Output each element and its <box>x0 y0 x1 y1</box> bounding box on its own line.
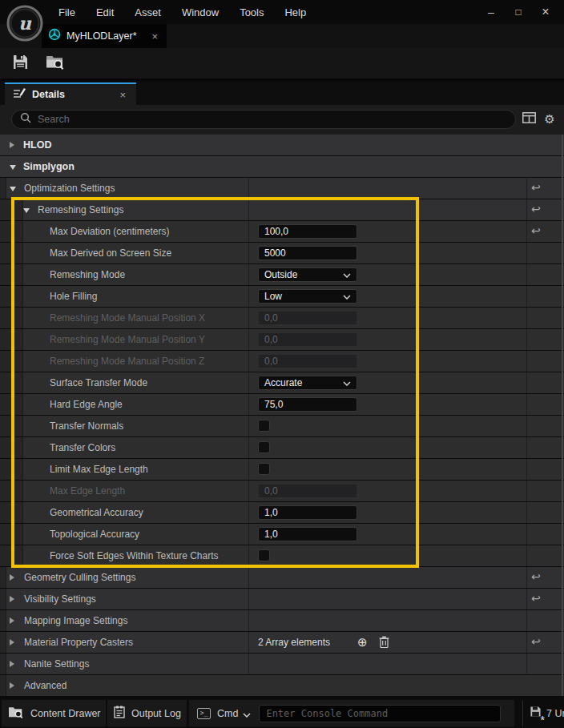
limit-max-edge-length-checkbox[interactable] <box>258 463 270 475</box>
column-divider <box>248 416 249 436</box>
asset-tab[interactable]: MyHLODLayer* × <box>42 24 167 48</box>
row-visibility-settings[interactable]: Visibility Settings↩ <box>0 589 564 609</box>
force-soft-edges-within-texture-charts-checkbox[interactable] <box>258 549 270 561</box>
column-divider <box>526 243 527 263</box>
geometrical-accuracy-input[interactable] <box>258 505 357 520</box>
material-property-casters-reset-button[interactable]: ↩ <box>531 632 541 652</box>
row-optimization-settings[interactable]: Optimization Settings↩ <box>0 178 564 199</box>
row-material-property-casters[interactable]: Material Property Casters2 Array element… <box>0 632 564 653</box>
row-hole-filling: Hole FillingLow <box>0 286 564 307</box>
column-divider <box>526 178 527 199</box>
row-label: Hole Filling <box>50 286 97 307</box>
menu-bar: File Edit Asset Window Tools Help <box>48 0 316 24</box>
max-deviation-centimeters-reset-button[interactable]: ↩ <box>531 221 541 241</box>
search-box[interactable] <box>11 110 516 129</box>
menu-edit[interactable]: Edit <box>86 6 124 18</box>
indent-rail <box>0 632 6 653</box>
output-log-icon <box>114 706 125 722</box>
indent-rail <box>0 675 6 696</box>
geometry-culling-settings-reset-button[interactable]: ↩ <box>531 567 541 587</box>
trash-icon[interactable] <box>379 636 389 651</box>
unsaved-status[interactable]: * 7 Un <box>522 700 564 726</box>
max-deviation-centimeters-input[interactable] <box>258 224 357 239</box>
column-divider <box>526 545 527 566</box>
row-label: Remeshing Mode Manual Position Z <box>50 351 204 372</box>
asset-tab-close-icon[interactable]: × <box>149 30 160 42</box>
row-mapping-image-settings[interactable]: Mapping Image Settings <box>0 610 564 631</box>
optimization-settings-reset-button[interactable]: ↩ <box>531 178 541 198</box>
save-button[interactable] <box>5 50 35 77</box>
visibility-settings-reset-button[interactable]: ↩ <box>531 589 541 609</box>
expander-icon[interactable] <box>10 187 16 191</box>
row-label: Transfer Colors <box>50 437 115 458</box>
browse-to-asset-button[interactable] <box>40 50 70 77</box>
remeshing-settings-reset-button[interactable]: ↩ <box>531 199 541 219</box>
row-label: Remeshing Mode <box>50 264 125 285</box>
details-scrollbar[interactable] <box>562 135 563 696</box>
transfer-colors-checkbox[interactable] <box>258 441 270 453</box>
column-divider <box>526 524 527 545</box>
hard-edge-angle-input[interactable] <box>258 397 357 412</box>
output-log-button[interactable]: Output Log <box>107 700 187 726</box>
unreal-editor-window: File Edit Asset Window Tools Help – □ × … <box>0 0 564 728</box>
indent-rail <box>0 286 23 307</box>
indent-rail <box>0 524 23 545</box>
row-simplygon[interactable]: Simplygon <box>0 156 564 177</box>
expander-icon[interactable] <box>10 617 14 624</box>
row-hlod[interactable]: HLOD <box>0 135 564 155</box>
dropdown-value: Low <box>264 291 282 302</box>
details-rows: HLODSimplygonOptimization Settings↩Remes… <box>0 135 564 697</box>
row-label: Mapping Image Settings <box>24 610 127 631</box>
indent-rail <box>0 589 6 609</box>
hole-filling-dropdown[interactable]: Low <box>258 289 357 304</box>
indent-rail <box>0 610 6 631</box>
remeshing-mode-dropdown[interactable]: Outside <box>258 267 357 282</box>
topological-accuracy-input[interactable] <box>258 527 357 541</box>
expander-icon[interactable] <box>10 574 14 581</box>
menu-help[interactable]: Help <box>274 6 316 18</box>
column-divider <box>526 394 527 415</box>
column-divider <box>248 221 249 242</box>
row-label: Max Deviation (centimeters) <box>50 221 169 242</box>
expander-icon[interactable] <box>10 142 14 148</box>
row-label: Transfer Normals <box>50 416 123 436</box>
expander-icon[interactable] <box>10 682 14 689</box>
max-derived-on-screen-size-input[interactable] <box>258 246 357 260</box>
add-element-icon[interactable]: ⊕ <box>357 632 368 652</box>
settings-button[interactable]: ⚙ <box>542 110 558 129</box>
asset-toolbar <box>0 48 564 81</box>
surface-transfer-mode-dropdown[interactable]: Accurate <box>258 376 357 390</box>
menu-tools[interactable]: Tools <box>229 6 274 18</box>
column-divider <box>248 178 249 199</box>
close-button[interactable]: × <box>532 0 559 24</box>
row-label: Remeshing Settings <box>38 199 123 220</box>
minimize-button[interactable]: – <box>477 0 505 24</box>
expander-icon[interactable] <box>10 639 14 646</box>
row-label: Nanite Settings <box>24 654 89 674</box>
menu-asset[interactable]: Asset <box>124 6 171 18</box>
indent-rail <box>0 351 23 372</box>
display-filter-button[interactable] <box>521 110 537 129</box>
content-drawer-button[interactable]: Content Drawer <box>2 700 106 726</box>
details-tab-close-icon[interactable]: × <box>117 89 128 101</box>
indent-rail <box>0 481 23 501</box>
menu-file[interactable]: File <box>48 6 86 18</box>
search-input[interactable] <box>38 114 507 125</box>
chevron-down-icon[interactable] <box>243 706 251 721</box>
expander-icon[interactable] <box>23 208 30 213</box>
expander-icon[interactable] <box>10 596 14 602</box>
search-band: ⚙ <box>0 105 564 135</box>
row-remeshing-settings[interactable]: Remeshing Settings↩ <box>0 199 564 220</box>
console-command-input[interactable] <box>259 705 501 722</box>
column-divider <box>248 589 249 609</box>
expander-icon[interactable] <box>10 165 16 170</box>
transfer-normals-checkbox[interactable] <box>258 420 270 432</box>
row-nanite-settings[interactable]: Nanite Settings <box>0 654 564 674</box>
maximize-button[interactable]: □ <box>505 0 532 24</box>
details-tab[interactable]: Details × <box>5 82 136 105</box>
expander-icon[interactable] <box>10 661 14 667</box>
cmd-label[interactable]: Cmd <box>217 708 238 719</box>
row-advanced[interactable]: Advanced <box>0 675 564 696</box>
row-geometry-culling-settings[interactable]: Geometry Culling Settings↩ <box>0 567 564 588</box>
menu-window[interactable]: Window <box>171 6 229 18</box>
